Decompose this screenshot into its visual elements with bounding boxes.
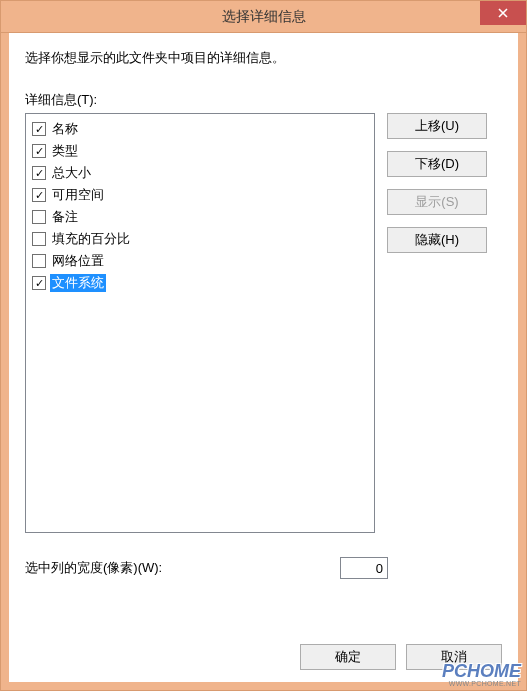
window-frame: 选择你想显示的此文件夹中项目的详细信息。 详细信息(T): 名称类型总大小可用空… [1,33,526,690]
cancel-button[interactable]: 取消 [406,644,502,670]
checkbox[interactable] [32,122,46,136]
list-item[interactable]: 总大小 [30,162,370,184]
list-item-label: 名称 [50,120,80,138]
ok-button[interactable]: 确定 [300,644,396,670]
list-item[interactable]: 备注 [30,206,370,228]
checkbox[interactable] [32,276,46,290]
body-row: 名称类型总大小可用空间备注填充的百分比网络位置文件系统 上移(U) 下移(D) … [25,113,502,533]
move-up-button[interactable]: 上移(U) [387,113,487,139]
list-item-label: 备注 [50,208,80,226]
titlebar: 选择详细信息 [1,1,526,33]
title-text: 选择详细信息 [222,8,306,26]
checkbox[interactable] [32,144,46,158]
dialog-window: 选择详细信息 选择你想显示的此文件夹中项目的详细信息。 详细信息(T): 名称类… [0,0,527,691]
checkbox[interactable] [32,254,46,268]
checkbox[interactable] [32,166,46,180]
list-item-label: 网络位置 [50,252,106,270]
width-label: 选中列的宽度(像素)(W): [25,559,162,577]
list-item[interactable]: 网络位置 [30,250,370,272]
close-button[interactable] [480,1,526,25]
side-buttons: 上移(U) 下移(D) 显示(S) 隐藏(H) [387,113,487,533]
show-button[interactable]: 显示(S) [387,189,487,215]
details-listbox[interactable]: 名称类型总大小可用空间备注填充的百分比网络位置文件系统 [25,113,375,533]
bottom-buttons: 确定 取消 [300,644,502,670]
list-item[interactable]: 文件系统 [30,272,370,294]
checkbox[interactable] [32,188,46,202]
list-item[interactable]: 可用空间 [30,184,370,206]
dialog-body: 选择你想显示的此文件夹中项目的详细信息。 详细信息(T): 名称类型总大小可用空… [9,33,518,682]
list-item[interactable]: 填充的百分比 [30,228,370,250]
move-down-button[interactable]: 下移(D) [387,151,487,177]
instruction-text: 选择你想显示的此文件夹中项目的详细信息。 [25,49,502,67]
list-item[interactable]: 类型 [30,140,370,162]
width-row: 选中列的宽度(像素)(W): [25,557,502,579]
width-input[interactable] [340,557,388,579]
checkbox[interactable] [32,210,46,224]
close-icon [498,8,508,18]
list-label: 详细信息(T): [25,91,502,109]
list-item-label: 填充的百分比 [50,230,132,248]
list-item-label: 可用空间 [50,186,106,204]
hide-button[interactable]: 隐藏(H) [387,227,487,253]
checkbox[interactable] [32,232,46,246]
list-item-label: 总大小 [50,164,93,182]
list-item[interactable]: 名称 [30,118,370,140]
list-item-label: 类型 [50,142,80,160]
list-item-label: 文件系统 [50,274,106,292]
